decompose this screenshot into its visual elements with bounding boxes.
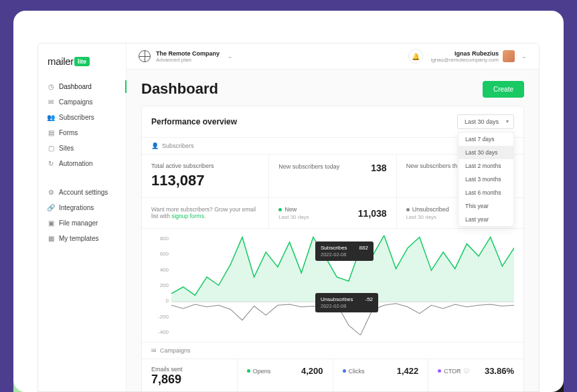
template-icon: ▦ [48,235,54,242]
chart-tooltip: Unsubscribes-522022-02-08 [315,293,378,312]
logo[interactable]: mailerlite [38,56,126,79]
performance-panel: Performance overview Last 30 days Last 7… [141,106,524,391]
y-tick: -200 [151,314,169,320]
date-range-select[interactable]: Last 30 days Last 7 daysLast 30 daysLast… [457,114,514,129]
y-tick: 800 [151,235,169,241]
metric-new: New Last 30 days 11,038 [269,198,396,228]
refresh-icon: ↻ [48,161,54,167]
date-range-menu: Last 7 daysLast 30 daysLast 2 monthsLast… [458,132,514,227]
dot-gray-icon [406,208,410,211]
sidebar-item-label: Automation [59,160,93,167]
metric-emails-sent: Emails sent 7,869 [142,359,238,391]
sidebar-item-file-manager[interactable]: ▣File manager [38,215,126,231]
gear-icon: ⚙ [48,189,54,196]
help-text-cell: Want more subscribers? Grow your email l… [142,198,269,228]
page-title: Dashboard [141,80,218,98]
sidebar-item-label: Forms [59,129,78,136]
sidebar-item-dashboard[interactable]: ◷Dashboard [38,79,126,94]
metric-opens: Opens4,200 [238,359,333,391]
sidebar-item-label: Campaigns [59,98,93,106]
form-icon: ▤ [48,130,54,136]
company-name: The Remote Company [156,50,220,57]
dot-green-icon [278,208,282,211]
user-menu[interactable]: Ignas Rubezius ignas@remotecompany.com ⌄ [431,50,527,63]
user-email: ignas@remotecompany.com [431,57,499,63]
notifications-button[interactable]: 🔔 [408,49,423,64]
subscribers-chart: 8006004002000-200-400 Subscribes8822022-… [142,228,523,342]
y-tick: 600 [151,251,169,257]
y-axis: 8006004002000-200-400 [151,235,169,335]
metric-total-subscribers: Total active subscribers 113,087 [142,155,269,197]
date-range-button[interactable]: Last 30 days [457,114,514,129]
date-option[interactable]: Last 2 months [459,159,513,173]
y-tick: 200 [151,282,169,288]
plan-label: Advanced plan [156,57,220,63]
clock-icon: ◷ [48,84,54,90]
date-option[interactable]: Last year [459,213,513,226]
date-option[interactable]: Last 7 days [459,132,513,146]
sidebar-item-label: Integrations [59,204,94,211]
avatar [503,50,515,62]
sidebar-item-integrations[interactable]: 🔗Integrations [38,200,126,215]
date-option[interactable]: Last 30 days [459,146,513,159]
dot-blue-icon [343,369,346,373]
metric-ctor: CTORⓘ33.86% [428,359,523,391]
create-button[interactable]: Create [483,81,524,98]
date-option[interactable]: This year [459,199,513,213]
info-icon[interactable]: ⓘ [464,367,469,375]
nav-main: ◷Dashboard✉Campaigns👥Subscribers▤Forms▢S… [38,79,126,171]
sidebar-item-sites[interactable]: ▢Sites [38,140,126,156]
dot-purple-icon [438,369,441,373]
nav-secondary: ⚙Account settings🔗Integrations▣File mana… [38,185,126,246]
sidebar-item-automation[interactable]: ↻Automation [38,156,126,171]
sidebar-item-subscribers[interactable]: 👥Subscribers [38,110,126,125]
users-icon: 👥 [48,114,54,121]
topbar: The Remote Company Advanced plan ⌄ 🔔 Ign… [127,43,539,70]
sidebar-item-label: Account settings [59,189,108,196]
date-option[interactable]: Last 3 months [459,173,513,186]
bell-icon: 🔔 [412,53,420,60]
total-subscribers-value: 113,087 [151,172,259,189]
campaigns-section-bar: ✉ Campaigns [142,342,523,359]
sidebar: mailerlite ◷Dashboard✉Campaigns👥Subscrib… [38,43,127,391]
company-switcher[interactable]: The Remote Company Advanced plan ⌄ [139,50,233,63]
chevron-down-icon: ⌄ [228,53,233,60]
globe-icon [139,50,151,62]
sidebar-item-my-templates[interactable]: ▦My templates [38,231,126,246]
users-icon: 👤 [151,142,159,149]
sidebar-item-label: Sites [59,144,74,152]
metric-clicks: Clicks1,422 [333,359,429,391]
y-tick: 0 [151,298,169,304]
link-icon: 🔗 [48,205,54,211]
sidebar-item-label: Subscribers [59,114,94,121]
dot-green-icon [247,369,250,373]
mail-icon: ✉ [151,347,157,354]
metric-new-today: New subscribers today 138 [269,155,396,197]
chevron-down-icon: ⌄ [521,53,527,60]
sidebar-item-campaigns[interactable]: ✉Campaigns [38,94,126,110]
sidebar-item-label: My templates [59,235,98,242]
sidebar-item-label: Dashboard [59,83,92,90]
y-tick: 400 [151,267,169,273]
panel-title: Performance overview [151,117,237,126]
signup-forms-link[interactable]: signup forms [171,213,204,219]
window-icon: ▢ [48,145,54,152]
sidebar-item-account-settings[interactable]: ⚙Account settings [38,185,126,200]
user-name: Ignas Rubezius [431,50,499,57]
logo-badge: lite [74,57,90,66]
y-tick: -400 [151,329,169,335]
logo-text: mailer [48,56,74,67]
sidebar-item-forms[interactable]: ▤Forms [38,125,126,140]
date-option[interactable]: Last 6 months [459,186,513,199]
main-content: The Remote Company Advanced plan ⌄ 🔔 Ign… [127,43,539,391]
folder-icon: ▣ [48,220,54,227]
chart-tooltip: Subscribes8822022-02-08 [315,241,374,261]
mail-icon: ✉ [48,99,54,106]
sidebar-item-label: File manager [59,219,98,227]
